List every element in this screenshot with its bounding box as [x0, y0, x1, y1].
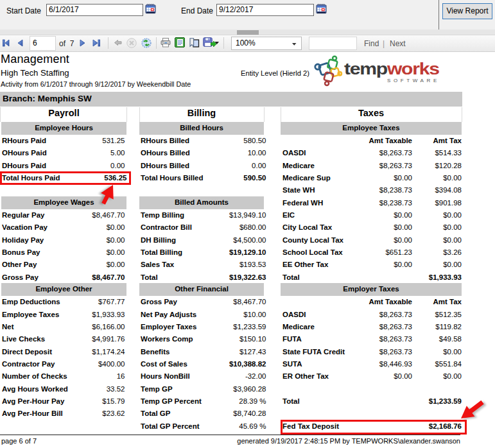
svg-text:SOFTWARE: SOFTWARE: [387, 78, 440, 83]
svg-text:tempworks: tempworks: [344, 59, 439, 78]
